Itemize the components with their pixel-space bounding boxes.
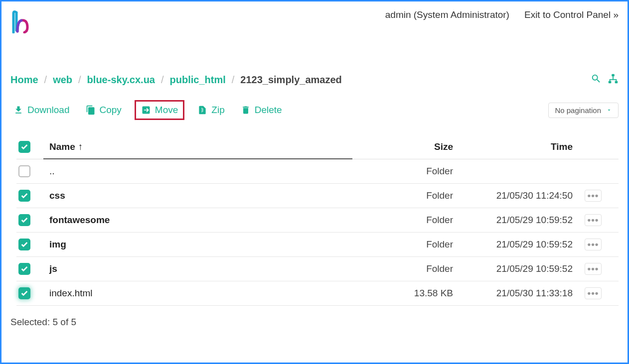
column-name[interactable]: Name↑ — [43, 135, 352, 159]
move-button[interactable]: Move — [135, 100, 184, 120]
move-label: Move — [155, 105, 178, 116]
download-button[interactable]: Download — [10, 103, 73, 118]
move-icon — [141, 105, 151, 115]
check-icon — [20, 143, 28, 151]
pagination-select[interactable]: No pagination — [548, 103, 619, 118]
file-table: Name↑ Size Time ..FoldercssFolder21/05/3… — [10, 135, 619, 306]
file-size: 13.58 KB — [352, 282, 457, 305]
table-row[interactable]: imgFolder21/05/29 10:59:52••• — [16, 233, 619, 257]
exit-link[interactable]: Exit to Control Panel » — [524, 9, 619, 20]
file-size: Folder — [352, 184, 457, 207]
delete-icon — [241, 105, 251, 115]
row-checkbox[interactable] — [18, 165, 30, 177]
file-name[interactable]: fontawesome — [43, 209, 352, 232]
chevron-down-icon — [606, 107, 612, 113]
column-size[interactable]: Size — [352, 135, 457, 158]
more-actions-button[interactable]: ••• — [585, 287, 602, 299]
svg-rect-0 — [612, 74, 615, 77]
select-all-checkbox[interactable] — [18, 141, 30, 153]
sitemap-icon[interactable] — [608, 73, 619, 86]
sort-asc-icon: ↑ — [78, 141, 83, 152]
svg-rect-1 — [609, 81, 612, 84]
breadcrumb-public-html[interactable]: public_html — [170, 74, 226, 86]
pagination-label: No pagination — [555, 106, 601, 115]
row-checkbox[interactable] — [18, 190, 30, 202]
more-actions-button[interactable]: ••• — [585, 190, 602, 202]
breadcrumb-domain[interactable]: blue-sky.cx.ua — [87, 74, 155, 86]
zip-label: Zip — [211, 105, 224, 116]
file-time: 21/05/29 10:59:52 — [457, 233, 577, 256]
more-actions-button[interactable]: ••• — [585, 239, 602, 250]
row-checkbox[interactable] — [18, 287, 30, 299]
row-checkbox[interactable] — [18, 239, 30, 250]
file-name[interactable]: js — [43, 257, 352, 280]
toolbar: Download Copy Move Zip Delete — [10, 100, 285, 120]
file-time: 21/05/29 10:59:52 — [457, 209, 577, 232]
table-row[interactable]: cssFolder21/05/30 11:24:50••• — [16, 184, 619, 208]
file-time — [457, 165, 577, 177]
selection-status: Selected: 5 of 5 — [10, 317, 619, 328]
file-size: Folder — [352, 233, 457, 256]
user-label: admin (System Administrator) — [385, 9, 509, 20]
download-icon — [13, 105, 23, 115]
table-row[interactable]: ..Folder — [16, 159, 619, 184]
table-row[interactable]: fontawesomeFolder21/05/29 10:59:52••• — [16, 208, 619, 233]
svg-rect-2 — [615, 81, 618, 84]
breadcrumb-sep: / — [232, 74, 235, 86]
breadcrumb-web[interactable]: web — [53, 74, 72, 86]
logo — [10, 9, 30, 33]
topbar: admin (System Administrator) Exit to Con… — [10, 9, 619, 33]
table-header: Name↑ Size Time — [16, 135, 619, 159]
breadcrumb-sep: / — [78, 74, 81, 86]
file-name[interactable]: index.html — [43, 282, 352, 305]
row-checkbox[interactable] — [18, 263, 30, 275]
copy-icon — [86, 105, 96, 115]
file-name[interactable]: img — [43, 233, 352, 256]
delete-label: Delete — [255, 105, 282, 116]
file-size: Folder — [352, 160, 457, 183]
table-row[interactable]: index.html13.58 KB21/05/30 11:33:18••• — [16, 281, 619, 306]
search-icon[interactable] — [591, 73, 602, 86]
column-time[interactable]: Time — [457, 135, 577, 158]
breadcrumb: Home / web / blue-sky.cx.ua / public_htm… — [10, 74, 342, 86]
more-actions-button[interactable]: ••• — [585, 263, 602, 275]
file-size: Folder — [352, 257, 457, 280]
delete-button[interactable]: Delete — [238, 103, 285, 118]
file-time: 21/05/30 11:33:18 — [457, 282, 577, 305]
breadcrumb-current: 2123_simply_amazed — [240, 74, 341, 86]
file-name[interactable]: css — [43, 184, 352, 207]
breadcrumb-home[interactable]: Home — [10, 74, 38, 86]
copy-label: Copy — [100, 105, 122, 116]
zip-icon — [197, 105, 207, 115]
file-time: 21/05/30 11:24:50 — [457, 184, 577, 207]
breadcrumb-sep: / — [44, 74, 47, 86]
zip-button[interactable]: Zip — [194, 103, 227, 118]
file-time: 21/05/29 10:59:52 — [457, 257, 577, 280]
file-name[interactable]: .. — [43, 160, 352, 183]
download-label: Download — [27, 105, 70, 116]
copy-button[interactable]: Copy — [83, 103, 125, 118]
more-actions-button[interactable]: ••• — [585, 214, 602, 226]
row-checkbox[interactable] — [18, 214, 30, 226]
table-row[interactable]: jsFolder21/05/29 10:59:52••• — [16, 257, 619, 281]
file-size: Folder — [352, 209, 457, 232]
breadcrumb-sep: / — [161, 74, 164, 86]
